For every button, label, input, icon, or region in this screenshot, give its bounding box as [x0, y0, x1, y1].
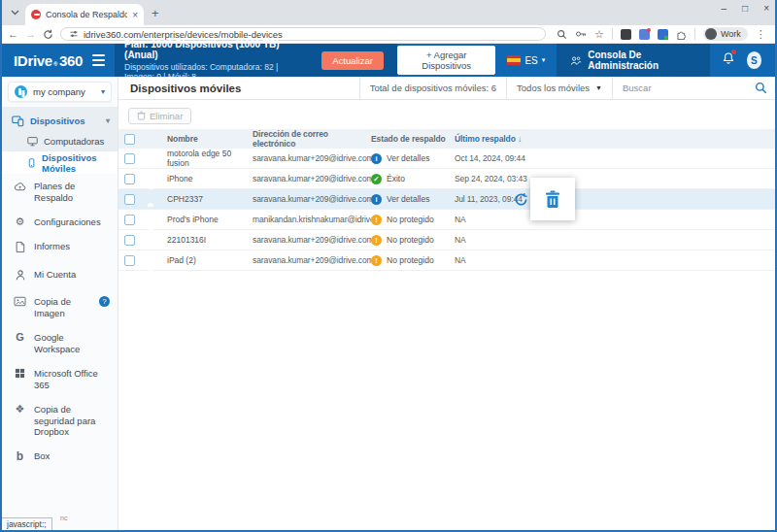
last-backup: Oct 14, 2024, 09:44 [455, 153, 557, 163]
table-row[interactable]: iPad (2) saravana.kumar+209@idrive.com !… [118, 250, 775, 271]
browser-toolbar: ← → idrive360.com/enterprise/devices/mob… [2, 25, 775, 44]
row-checkbox[interactable] [124, 215, 135, 225]
table-row[interactable]: iPhone saravana.kumar+209@idrive.com ✓Éx… [118, 169, 775, 189]
extension-icon-2[interactable] [639, 29, 650, 40]
warning-icon: ! [371, 235, 382, 246]
sidebar-item-informes[interactable]: Informes [2, 234, 118, 262]
account-icon [15, 269, 26, 282]
app-header: IDrive®360 Plan: 1000 Dispositivos (1000… [2, 44, 775, 77]
sidebar-item-box[interactable]: b Box [2, 444, 118, 468]
table-row[interactable]: motorola edge 50 fusion saravana.kumar+2… [118, 149, 775, 169]
column-estado[interactable]: Estado de respaldo [371, 134, 455, 144]
google-icon: G [14, 332, 26, 343]
sidebar-item-dropbox[interactable]: ❖ Copia de seguridad para Dropbox [2, 397, 118, 445]
row-checkbox[interactable] [124, 174, 135, 184]
device-filter-dropdown[interactable]: Todos los móviles ▼ [506, 77, 612, 99]
new-tab-button[interactable]: + [152, 6, 159, 20]
device-name: 22101316I [167, 235, 253, 245]
update-button[interactable]: Actualizar [321, 51, 384, 70]
last-backup: NA [455, 235, 557, 245]
site-info-icon[interactable] [69, 29, 79, 39]
forward-button[interactable]: → [25, 28, 36, 40]
computer-icon [27, 136, 38, 147]
help-badge[interactable]: ? [99, 296, 110, 307]
window-close-button[interactable]: × [763, 3, 769, 14]
tab-close-icon[interactable]: × [132, 10, 138, 20]
idrive-logo[interactable]: IDrive®360 [2, 52, 90, 69]
browser-menu-icon[interactable]: ⋮ [756, 28, 766, 41]
backup-status: !No protegido [371, 215, 455, 225]
delete-button[interactable]: Eliminar [128, 108, 191, 124]
sidebar-item-planes-de-respaldo[interactable]: Planes de Respaldo [2, 174, 118, 210]
browser-profile-chip[interactable]: Work [703, 27, 748, 41]
brand-text: IDrive [14, 52, 52, 69]
chevron-down-icon: ▼ [595, 84, 602, 91]
hamburger-menu-icon[interactable] [92, 54, 105, 66]
table-row[interactable]: 22101316I saravana.kumar+209@idrive.com … [118, 230, 775, 250]
device-name: iPhone [167, 174, 253, 183]
sort-desc-icon: ↓ [518, 135, 522, 144]
sidebar-item-computadoras[interactable]: Computadoras [2, 131, 118, 151]
trash-icon[interactable] [542, 188, 563, 210]
sidebar-item-configuraciones[interactable]: ⚙ Configuraciones [2, 210, 118, 234]
company-selector[interactable]: my company ▾ [8, 82, 112, 102]
image-backup-icon [14, 296, 26, 307]
row-checkbox[interactable] [124, 235, 135, 246]
devices-icon [12, 115, 24, 127]
chevron-down-icon: ▾ [542, 56, 546, 64]
company-name: my company [33, 86, 95, 97]
browser-tab[interactable]: Consola de Respaldo IDrive® 3 × [25, 4, 144, 25]
row-checkbox[interactable] [124, 194, 135, 205]
device-name: Prod's iPhone [167, 215, 253, 224]
settings-icon: ⚙ [14, 216, 26, 227]
extension-icon-1[interactable] [621, 29, 631, 40]
total-devices-label: Total de dispositivos móviles: 6 [359, 77, 506, 99]
zoom-icon[interactable] [557, 29, 567, 40]
admin-console-button[interactable]: Consola De Administración [557, 44, 709, 77]
plan-panel: Plan: 1000 Dispositivos (1000 TB) (Anual… [115, 44, 397, 77]
restore-icon[interactable] [514, 192, 528, 207]
row-checkbox[interactable] [124, 153, 135, 164]
window-minimize-button[interactable]: – [722, 3, 727, 14]
column-email[interactable]: Dirección de correo electrónico [253, 129, 371, 149]
bookmark-star-icon[interactable]: ☆ [594, 28, 604, 41]
notifications-button[interactable] [722, 51, 735, 70]
backup-status[interactable]: iVer detalles [371, 194, 455, 205]
search-input[interactable] [623, 83, 749, 93]
add-devices-button[interactable]: + Agregar Dispositivos [397, 46, 496, 75]
device-name: CPH2337 [167, 194, 253, 204]
reload-button[interactable] [43, 29, 53, 40]
profile-avatar [705, 28, 717, 40]
sidebar-item-mi-cuenta[interactable]: Mi Cuenta [2, 262, 118, 290]
sidebar-item-microsoft-office[interactable]: Microsoft Office 365 [2, 361, 118, 397]
language-selector[interactable]: ES ▾ [507, 55, 545, 66]
table-header: Nombre Dirección de correo electrónico E… [118, 129, 775, 149]
profile-name: Work [721, 29, 741, 39]
sidebar-item-dispositivos[interactable]: Dispositivos ▾ [2, 110, 118, 131]
extension-icon-3[interactable] [658, 29, 668, 40]
user-avatar[interactable]: S [747, 51, 761, 69]
info-icon: i [371, 194, 382, 205]
success-icon: ✓ [371, 174, 382, 184]
table-row[interactable]: Prod's iPhone manikandan.krishnakumar@id… [118, 210, 775, 230]
row-checkbox[interactable] [124, 255, 135, 266]
browser-tabstrip: Consola de Respaldo IDrive® 3 × + – □ × [2, 0, 775, 25]
password-key-icon[interactable] [575, 29, 587, 39]
back-button[interactable]: ← [8, 28, 18, 40]
backup-status[interactable]: iVer detalles [371, 153, 455, 164]
tab-search-icon[interactable] [6, 4, 23, 21]
brand-suffix: 360 [59, 52, 83, 69]
sidebar-item-dispositivos-moviles[interactable]: Dispositivos Móviles [2, 151, 118, 174]
column-nombre[interactable]: Nombre [167, 134, 253, 144]
extensions-puzzle-icon[interactable] [676, 29, 687, 40]
window-maximize-button[interactable]: □ [742, 3, 748, 14]
column-ultimo-respaldo[interactable]: Último respaldo ↓ [455, 134, 557, 144]
search-icon[interactable] [755, 82, 767, 94]
table-row-hovered[interactable]: CPH2337 saravana.kumar+209@idrive.com iV… [118, 189, 775, 210]
sidebar-item-copia-de-imagen[interactable]: Copia de Imagen ? [2, 289, 118, 325]
devices-group: Dispositivos ▾ Computadoras Dispositivos… [2, 107, 118, 174]
plan-title: Plan: 1000 Dispositivos (1000 TB) (Anual… [124, 39, 310, 60]
sidebar-item-google-workspace[interactable]: G Google Workspace [2, 325, 118, 361]
select-all-checkbox[interactable] [124, 134, 135, 145]
delete-action-popup[interactable] [530, 178, 575, 220]
